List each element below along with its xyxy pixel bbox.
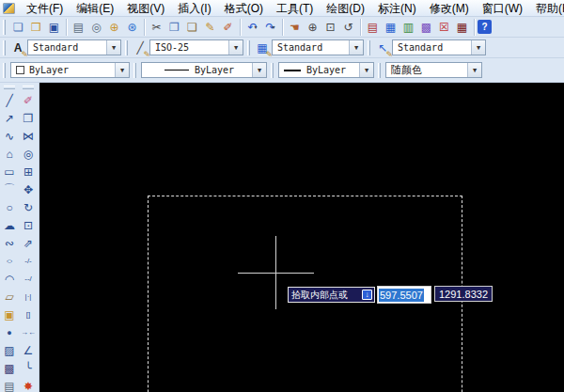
chevron-down-icon[interactable]: ▼: [467, 63, 481, 77]
move-icon[interactable]: ✥: [19, 180, 38, 198]
polyline-icon[interactable]: ∿: [0, 127, 19, 145]
3d-dwf-icon[interactable]: ⊛: [123, 19, 141, 36]
toolbar-grip[interactable]: [125, 40, 128, 55]
explode-icon[interactable]: ✸: [19, 377, 38, 392]
toolbar-grip[interactable]: [133, 63, 136, 78]
chevron-down-icon[interactable]: ▼: [106, 40, 120, 55]
ellipse-icon[interactable]: ○: [0, 252, 19, 270]
join-icon[interactable]: →←: [19, 323, 38, 341]
toolbar-grip[interactable]: [3, 40, 6, 55]
prompt-options-icon[interactable]: ↓: [362, 290, 372, 300]
menu-tools[interactable]: 工具(T): [270, 0, 320, 17]
properties-palette-icon[interactable]: ▤: [364, 19, 382, 36]
mleader-style-combo[interactable]: Standard ▼: [392, 39, 486, 55]
menu-dimension[interactable]: 标注(N): [371, 0, 423, 17]
spline-icon[interactable]: ∾: [0, 234, 19, 252]
menu-help[interactable]: 帮助(H): [529, 0, 564, 17]
ellipse-arc-icon[interactable]: ◠: [0, 270, 19, 288]
toolbar-grip[interactable]: [3, 20, 6, 35]
chevron-down-icon[interactable]: ▼: [471, 40, 485, 55]
tool-palettes-icon[interactable]: ▥: [400, 19, 417, 36]
pencil-edit-icon[interactable]: ✎: [201, 19, 219, 36]
text-style-combo[interactable]: Standard ▼: [27, 39, 121, 55]
chevron-down-icon[interactable]: ▼: [115, 63, 129, 77]
make-block-icon[interactable]: ▣: [0, 306, 19, 323]
mleader-style-icon[interactable]: ↖ ✎: [374, 39, 391, 56]
undo-icon[interactable]: ↶▾: [243, 19, 261, 36]
redo-icon[interactable]: ↷▾: [261, 19, 279, 36]
toolbar-grip[interactable]: [378, 63, 381, 78]
revision-cloud-icon[interactable]: ☁: [0, 216, 19, 234]
toolbar-grip[interactable]: [247, 40, 250, 55]
chevron-down-icon[interactable]: ▼: [228, 40, 243, 55]
copy-icon[interactable]: ❐: [19, 109, 38, 127]
stretch-icon[interactable]: ⇗: [19, 234, 38, 252]
zoom-window-icon[interactable]: ⊡: [321, 19, 339, 36]
polygon-icon[interactable]: ⌂: [0, 145, 19, 163]
sheet-set-manager-icon[interactable]: ▩: [417, 19, 435, 36]
toolbar-grip[interactable]: [23, 86, 34, 89]
erase-icon[interactable]: ✐: [19, 91, 38, 109]
quickcalc-icon[interactable]: ▦: [453, 19, 471, 36]
zoom-realtime-icon[interactable]: ⊕: [304, 19, 321, 36]
rotate-icon[interactable]: ↻: [19, 198, 38, 216]
chevron-down-icon[interactable]: ▼: [359, 63, 373, 77]
cut-icon[interactable]: ✂: [148, 19, 165, 36]
menu-edit[interactable]: 编辑(E): [70, 0, 120, 17]
linetype-combo[interactable]: ByLayer ▼: [141, 62, 267, 78]
paste-icon[interactable]: ❏: [183, 19, 201, 36]
drawing-canvas[interactable]: 拾取内部点或 ↓ 597.5507 1291.8332: [39, 83, 564, 392]
color-control-combo[interactable]: ByLayer ▼: [10, 62, 130, 78]
scale-icon[interactable]: ⊡: [19, 216, 38, 234]
dynamic-input-y-field[interactable]: 1291.8332: [434, 286, 493, 302]
mirror-icon[interactable]: ⋈: [19, 127, 38, 145]
dynamic-input-x-field[interactable]: 597.5507: [377, 286, 431, 304]
point-icon[interactable]: ●: [0, 323, 19, 341]
line-icon[interactable]: ╱: [0, 91, 19, 109]
menu-format[interactable]: 格式(O): [218, 0, 270, 17]
help-icon[interactable]: ?: [478, 20, 492, 34]
rectangle-icon[interactable]: ▭: [0, 163, 19, 180]
chevron-down-icon[interactable]: ▼: [252, 63, 266, 77]
construction-line-icon[interactable]: ↗: [0, 109, 19, 127]
markup-set-manager-icon[interactable]: ☒: [435, 19, 453, 36]
dim-style-icon[interactable]: ╱ ✎: [132, 39, 149, 56]
plot-preview-icon[interactable]: ◎: [87, 19, 105, 36]
open-icon[interactable]: ❒: [27, 19, 45, 36]
chamfer-icon[interactable]: ∠: [19, 341, 38, 359]
menu-draw[interactable]: 绘图(D): [320, 0, 371, 17]
table-style-combo[interactable]: Standard ▼: [272, 39, 364, 55]
toolbar-grip[interactable]: [368, 40, 370, 55]
break-icon[interactable]: []: [19, 306, 38, 323]
dim-style-combo[interactable]: ISO-25 ▼: [149, 39, 243, 55]
menu-view[interactable]: 视图(V): [120, 0, 171, 17]
copy-clip-icon[interactable]: ❐: [165, 19, 183, 36]
trim-icon[interactable]: -/-: [19, 252, 38, 270]
hatch-icon[interactable]: ▨: [0, 341, 19, 359]
offset-icon[interactable]: ◎: [19, 145, 38, 163]
redo-dropdown-icon[interactable]: ▾: [273, 24, 275, 30]
lineweight-combo[interactable]: ByLayer ▼: [278, 62, 374, 78]
zoom-previous-icon[interactable]: ↺: [339, 19, 357, 36]
break-at-point-icon[interactable]: |·|: [19, 288, 38, 306]
pan-icon[interactable]: ☚: [286, 19, 304, 36]
toolbar-grip[interactable]: [3, 63, 6, 78]
table-style-icon[interactable]: ▦ ✎: [254, 39, 271, 56]
match-properties-icon[interactable]: ✐: [219, 19, 237, 36]
gradient-icon[interactable]: ▩: [0, 359, 19, 377]
menu-file[interactable]: 文件(F): [20, 0, 70, 17]
toolbar-grip[interactable]: [4, 86, 15, 89]
text-style-icon[interactable]: A ✎: [9, 39, 26, 56]
plot-icon[interactable]: ▤: [70, 19, 87, 36]
toolbar-grip[interactable]: [271, 63, 274, 78]
region-icon[interactable]: ▤: [0, 377, 19, 392]
menu-window[interactable]: 窗口(W): [476, 0, 529, 17]
designcenter-icon[interactable]: ▦: [382, 19, 400, 36]
menu-insert[interactable]: 插入(I): [171, 0, 217, 17]
array-icon[interactable]: ⊞: [19, 163, 38, 180]
undo-dropdown-icon[interactable]: ▾: [255, 24, 258, 30]
insert-block-icon[interactable]: ▱: [0, 288, 19, 306]
plot-style-combo[interactable]: 随颜色 ▼: [385, 62, 482, 78]
save-icon[interactable]: ▣: [45, 19, 63, 36]
fillet-icon[interactable]: ╰: [19, 359, 38, 377]
